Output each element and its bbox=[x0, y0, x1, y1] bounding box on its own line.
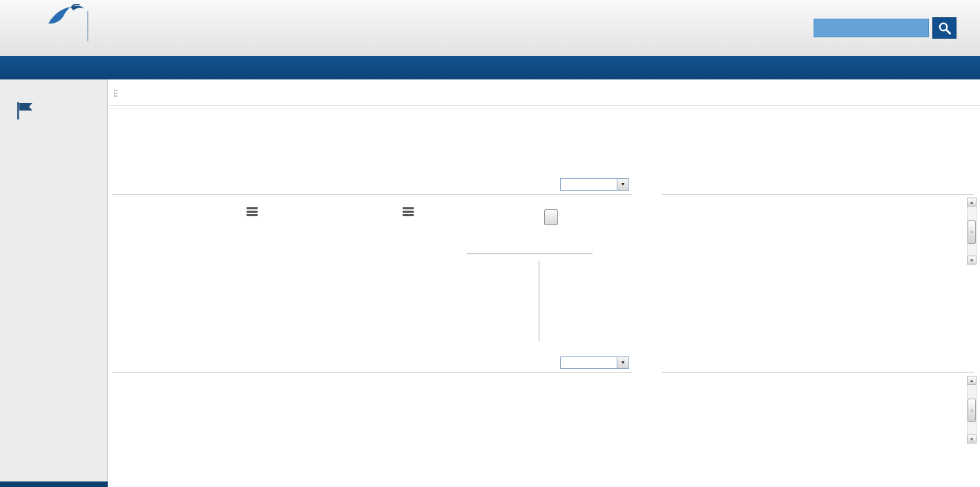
portal-header bbox=[0, 100, 108, 142]
sidebar bbox=[0, 79, 108, 487]
flow-gauge bbox=[294, 231, 401, 340]
alarm-section-header bbox=[662, 174, 974, 195]
realtime-section-header: ▼ bbox=[112, 174, 632, 195]
sidebar-footer-strip bbox=[0, 481, 108, 487]
approval-section-header bbox=[662, 352, 974, 373]
latest-time-divider bbox=[467, 254, 593, 254]
deer-logo-icon bbox=[47, 4, 86, 25]
scroll-down-icon[interactable]: ▼ bbox=[967, 256, 977, 265]
search-input[interactable] bbox=[814, 19, 929, 37]
temperature-gauge bbox=[138, 231, 245, 340]
search-button[interactable] bbox=[932, 17, 957, 39]
scroll-thumb[interactable]: ≡ bbox=[968, 220, 976, 244]
breadcrumb-icon bbox=[114, 90, 117, 98]
flow-line-chart bbox=[112, 373, 632, 487]
analysis-section-header: ▼ bbox=[112, 352, 632, 373]
chevron-down-icon: ▼ bbox=[617, 357, 628, 368]
scroll-up-icon[interactable]: ▲ bbox=[967, 376, 977, 385]
dashboard-screen: ▼ ▲ ≡ ▼ ▼ bbox=[0, 0, 980, 487]
main-navbar bbox=[0, 56, 980, 79]
scroll-thumb[interactable]: ≡ bbox=[968, 399, 976, 422]
flag-icon bbox=[15, 102, 35, 120]
scroll-down-icon[interactable]: ▼ bbox=[967, 435, 977, 443]
monitor-point-select[interactable]: ▼ bbox=[560, 178, 629, 191]
alarm-table-scrollbar[interactable]: ▲ ≡ ▼ bbox=[967, 198, 977, 265]
breadcrumb-bar bbox=[108, 79, 980, 106]
gauge-menu-icon-temperature[interactable] bbox=[247, 207, 258, 216]
approval-table-scrollbar[interactable]: ▲ ≡ ▼ bbox=[967, 376, 977, 443]
nav-items bbox=[121, 56, 959, 79]
readings-panel bbox=[461, 258, 606, 344]
search-icon bbox=[938, 21, 952, 35]
analysis-point-select[interactable]: ▼ bbox=[560, 356, 629, 369]
logo-divider bbox=[87, 11, 88, 41]
gauge-menu-icon-flow[interactable] bbox=[403, 207, 414, 216]
scroll-up-icon[interactable]: ▲ bbox=[967, 198, 977, 207]
top-header bbox=[0, 0, 980, 56]
chevron-down-icon: ▼ bbox=[617, 179, 628, 190]
logo[interactable] bbox=[7, 4, 86, 52]
refresh-button[interactable] bbox=[544, 209, 558, 225]
stats-row bbox=[108, 108, 980, 171]
